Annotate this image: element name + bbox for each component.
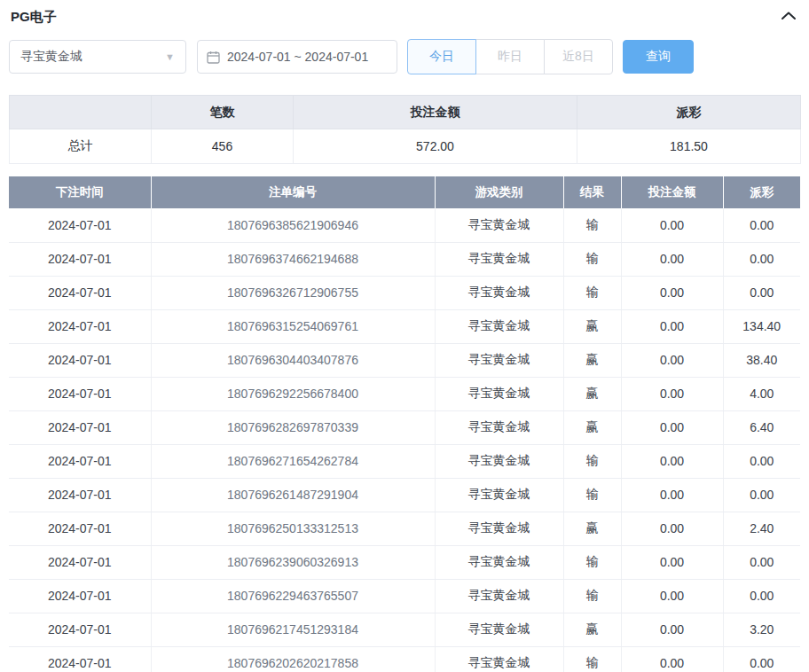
- bet-amount-cell: 0.00: [621, 309, 723, 343]
- summary-header-blank: [10, 96, 152, 129]
- bet-table-body: 2024-07-01 1807696385621906946 寻宝黄金城 输 0…: [9, 208, 800, 672]
- bet-amount-cell: 0.00: [621, 646, 723, 672]
- bet-id-cell: 1807696250133312513: [151, 512, 435, 545]
- game-type-cell: 寻宝黄金城: [435, 377, 563, 410]
- summary-total-row: 总计 456 572.00 181.50: [10, 129, 801, 164]
- bet-amount-cell: 0.00: [621, 242, 723, 276]
- bet-time-cell: 2024-07-01: [9, 276, 151, 309]
- result-cell: 输: [563, 242, 621, 276]
- result-cell: 输: [563, 444, 621, 478]
- table-row: 2024-07-01 1807696282697870339 寻宝黄金城 赢 0…: [9, 410, 800, 444]
- bet-amount-cell: 0.00: [621, 410, 723, 444]
- bet-id-cell: 1807696326712906755: [151, 276, 435, 309]
- bet-amount-cell: 0.00: [621, 444, 723, 478]
- bet-amount-cell: 0.00: [621, 478, 723, 512]
- result-cell: 赢: [563, 613, 621, 646]
- result-cell: 输: [563, 646, 621, 672]
- payout-cell: 134.40: [723, 309, 800, 343]
- calendar-icon: [207, 51, 220, 64]
- result-cell: 输: [563, 276, 621, 309]
- today-button[interactable]: 今日: [407, 39, 476, 74]
- payout-cell: 38.40: [723, 343, 800, 377]
- result-cell: 赢: [563, 377, 621, 410]
- bet-time-cell: 2024-07-01: [9, 545, 151, 579]
- last-8-days-button[interactable]: 近8日: [544, 39, 613, 74]
- bet-id-cell: 1807696282697870339: [151, 410, 435, 444]
- payout-cell: 4.00: [723, 377, 800, 410]
- payout-cell: 2.40: [723, 512, 800, 545]
- bet-amount-cell: 0.00: [621, 579, 723, 613]
- date-range-value: 2024-07-01 ~ 2024-07-01: [227, 50, 368, 64]
- bet-table-header-row: 下注时间 注单编号 游戏类别 结果 投注金额 派彩: [9, 176, 800, 208]
- table-row: 2024-07-01 1807696304403407876 寻宝黄金城 赢 0…: [9, 343, 800, 377]
- payout-cell: 0.00: [723, 444, 800, 478]
- game-type-cell: 寻宝黄金城: [435, 343, 563, 377]
- game-select[interactable]: 寻宝黄金城 ▼: [9, 40, 186, 74]
- bet-time-cell: 2024-07-01: [9, 208, 151, 242]
- payout-cell: 0.00: [723, 276, 800, 309]
- date-range-input[interactable]: 2024-07-01 ~ 2024-07-01: [197, 40, 397, 74]
- bet-records-table: 下注时间 注单编号 游戏类别 结果 投注金额 派彩 2024-07-01 180…: [9, 176, 800, 672]
- payout-cell: 6.40: [723, 410, 800, 444]
- table-row: 2024-07-01 1807696250133312513 寻宝黄金城 赢 0…: [9, 512, 800, 545]
- bet-time-cell: 2024-07-01: [9, 377, 151, 410]
- bet-time-cell: 2024-07-01: [9, 242, 151, 276]
- panel-header: PG电子: [9, 4, 800, 30]
- bet-id-cell: 1807696304403407876: [151, 343, 435, 377]
- game-type-cell: 寻宝黄金城: [435, 208, 563, 242]
- bet-id-cell: 1807696374662194688: [151, 242, 435, 276]
- payout-cell: 3.20: [723, 613, 800, 646]
- result-cell: 赢: [563, 343, 621, 377]
- payout-cell: 0.00: [723, 545, 800, 579]
- header-bet-id: 注单编号: [151, 176, 435, 208]
- table-row: 2024-07-01 1807696374662194688 寻宝黄金城 输 0…: [9, 242, 800, 276]
- bet-time-cell: 2024-07-01: [9, 613, 151, 646]
- bet-amount-cell: 0.00: [621, 208, 723, 242]
- bet-time-cell: 2024-07-01: [9, 579, 151, 613]
- yesterday-button[interactable]: 昨日: [475, 39, 545, 74]
- result-cell: 赢: [563, 512, 621, 545]
- summary-total-label: 总计: [10, 129, 152, 164]
- payout-cell: 0.00: [723, 478, 800, 512]
- result-cell: 输: [563, 545, 621, 579]
- table-row: 2024-07-01 1807696239060326913 寻宝黄金城 输 0…: [9, 545, 800, 579]
- bet-id-cell: 1807696271654262784: [151, 444, 435, 478]
- summary-header-count: 笔数: [152, 96, 294, 129]
- bet-time-cell: 2024-07-01: [9, 444, 151, 478]
- bet-id-cell: 1807696229463765507: [151, 579, 435, 613]
- game-type-cell: 寻宝黄金城: [435, 579, 563, 613]
- page-title: PG电子: [11, 9, 57, 26]
- bet-amount-cell: 0.00: [621, 377, 723, 410]
- game-type-cell: 寻宝黄金城: [435, 276, 563, 309]
- game-type-cell: 寻宝黄金城: [435, 512, 563, 545]
- game-type-cell: 寻宝黄金城: [435, 242, 563, 276]
- bet-time-cell: 2024-07-01: [9, 512, 151, 545]
- table-row: 2024-07-01 1807696315254069761 寻宝黄金城 赢 0…: [9, 309, 800, 343]
- quick-date-button-group: 今日 昨日 近8日: [407, 39, 613, 74]
- result-cell: 赢: [563, 410, 621, 444]
- bet-amount-cell: 0.00: [621, 512, 723, 545]
- result-cell: 输: [563, 478, 621, 512]
- game-type-cell: 寻宝黄金城: [435, 613, 563, 646]
- header-bet-amount: 投注金额: [621, 176, 723, 208]
- summary-header-bet-amount: 投注金额: [294, 96, 577, 129]
- bet-id-cell: 1807696292256678400: [151, 377, 435, 410]
- bet-id-cell: 1807696261487291904: [151, 478, 435, 512]
- game-type-cell: 寻宝黄金城: [435, 410, 563, 444]
- result-cell: 输: [563, 579, 621, 613]
- game-type-cell: 寻宝黄金城: [435, 478, 563, 512]
- payout-cell: 0.00: [723, 208, 800, 242]
- bet-id-cell: 1807696239060326913: [151, 545, 435, 579]
- result-cell: 赢: [563, 309, 621, 343]
- bet-id-cell: 1807696217451293184: [151, 613, 435, 646]
- summary-header-payout: 派彩: [577, 96, 801, 129]
- collapse-button[interactable]: [779, 8, 798, 26]
- query-button[interactable]: 查询: [623, 40, 694, 74]
- bet-time-cell: 2024-07-01: [9, 309, 151, 343]
- bet-id-cell: 1807696202620217858: [151, 646, 435, 672]
- header-payout: 派彩: [723, 176, 800, 208]
- summary-header-row: 笔数 投注金额 派彩: [10, 96, 801, 129]
- table-row: 2024-07-01 1807696261487291904 寻宝黄金城 输 0…: [9, 478, 800, 512]
- game-select-value: 寻宝黄金城: [20, 49, 82, 65]
- table-row: 2024-07-01 1807696271654262784 寻宝黄金城 输 0…: [9, 444, 800, 478]
